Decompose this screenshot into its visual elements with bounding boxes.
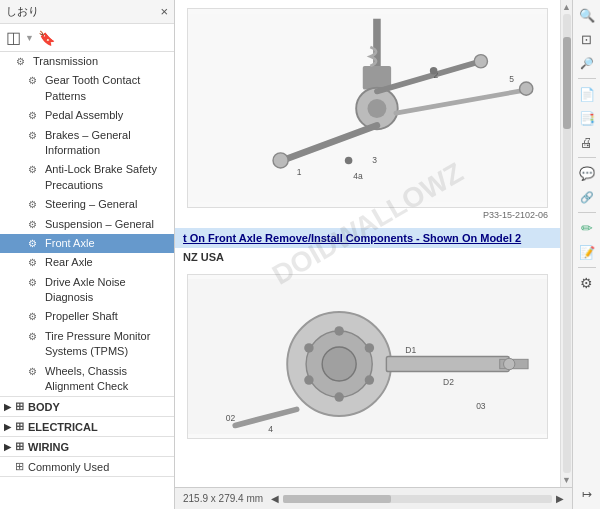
- comment-button[interactable]: 💬: [576, 162, 598, 184]
- tree-icon: ⚙: [28, 198, 42, 212]
- svg-point-10: [474, 54, 487, 67]
- diagram1-svg: 1 4a 2 5 3: [188, 14, 547, 203]
- zoom-in-button[interactable]: 🔍: [576, 4, 598, 26]
- svg-point-24: [365, 343, 374, 352]
- tree-item-suspension-general[interactable]: ⚙ Suspension – General: [0, 215, 174, 234]
- section-icon: ⊞: [15, 420, 24, 433]
- tree-item-anti-lock[interactable]: ⚙ Anti-Lock Brake Safety Precautions: [0, 160, 174, 195]
- chevron-right-icon: ▶: [4, 422, 11, 432]
- back-button[interactable]: ◫: [6, 28, 21, 47]
- svg-point-16: [345, 156, 353, 164]
- svg-point-26: [334, 392, 343, 401]
- close-button[interactable]: ×: [160, 4, 168, 19]
- toolbar-divider-3: [578, 212, 596, 213]
- scroll-right-button[interactable]: ▶: [556, 493, 564, 504]
- scroll-up-button[interactable]: ▲: [562, 2, 571, 12]
- svg-point-21: [322, 347, 356, 381]
- diagram2-container: D1 D2 03 4 02: [175, 266, 560, 447]
- svg-text:03: 03: [476, 401, 486, 411]
- svg-point-28: [304, 343, 313, 352]
- settings-button[interactable]: ⚙: [576, 272, 598, 294]
- right-toolbar: 🔍 ⊡ 🔎 📄 📑 🖨 💬 🔗 ✏ 📝 ⚙ ↦: [572, 0, 600, 509]
- tree-item-transmission[interactable]: ⚙ Transmission: [0, 52, 174, 71]
- tree-label: Front Axle: [45, 236, 170, 251]
- tree-icon: ⚙: [16, 55, 30, 69]
- scroll-left-button[interactable]: ◀: [271, 493, 279, 504]
- link-button[interactable]: 🔗: [576, 186, 598, 208]
- tree-item-tire-pressure[interactable]: ⚙ Tire Pressure Monitor Systems (TPMS): [0, 327, 174, 362]
- tree-item-brakes-general[interactable]: ⚙ Brakes – General Information: [0, 126, 174, 161]
- content-title-bar[interactable]: t On Front Axle Remove/Install Component…: [175, 228, 560, 248]
- print-button[interactable]: 🖨: [576, 131, 598, 153]
- scroll-down-button[interactable]: ▼: [562, 475, 571, 485]
- svg-text:D2: D2: [443, 376, 454, 386]
- tree-item-front-axle[interactable]: ⚙ Front Axle: [0, 234, 174, 253]
- arrow-right-button[interactable]: ↦: [576, 483, 598, 505]
- scroll-thumb[interactable]: [563, 37, 571, 129]
- chevron-right-icon: ▶: [4, 402, 11, 412]
- tree-icon: ⚙: [28, 256, 42, 270]
- tree-icon: ⚙: [28, 129, 42, 143]
- diagram1-container: 1 4a 2 5 3 P33-15-2102-06: [175, 0, 560, 228]
- scroll-controls: ◀ ▶: [271, 493, 564, 504]
- section-label: WIRING: [28, 441, 69, 453]
- section-commonly-used[interactable]: ▶ ⊞ Commonly Used: [0, 456, 174, 477]
- sidebar-icons: ×: [160, 4, 168, 19]
- svg-rect-22: [386, 356, 509, 371]
- tree-label: Drive Axle Noise Diagnosis: [45, 275, 170, 306]
- tree-item-gear-tooth[interactable]: ⚙ Gear Tooth Contact Patterns: [0, 71, 174, 106]
- section-wiring[interactable]: ▶ ⊞ WIRING: [0, 436, 174, 456]
- tree-item-wheels-chassis[interactable]: ⚙ Wheels, Chassis Alignment Check: [0, 362, 174, 397]
- section-label: ELECTRICAL: [28, 421, 98, 433]
- svg-text:02: 02: [226, 412, 236, 422]
- svg-point-4: [368, 99, 387, 118]
- sidebar-title: しおり: [6, 4, 39, 19]
- note-button[interactable]: 📝: [576, 241, 598, 263]
- scroll-track[interactable]: [563, 14, 571, 473]
- tree-item-drive-axle-noise[interactable]: ⚙ Drive Axle Noise Diagnosis: [0, 273, 174, 308]
- tree-icon: ⚙: [28, 330, 42, 344]
- section-icon: ⊞: [15, 440, 24, 453]
- section-body[interactable]: ▶ ⊞ BODY: [0, 396, 174, 416]
- horizontal-scrollbar-thumb[interactable]: [283, 495, 391, 503]
- content-area[interactable]: DOIDWALLOWZ: [175, 0, 560, 487]
- tree-label: Steering – General: [45, 197, 170, 212]
- chevron-icon: ▶: [4, 462, 11, 472]
- tree-item-steering-general[interactable]: ⚙ Steering – General: [0, 195, 174, 214]
- section-icon: ⊞: [15, 460, 24, 473]
- diagram2-svg: D1 D2 03 4 02: [188, 279, 547, 435]
- tree-item-propeller-shaft[interactable]: ⚙ Propeller Shaft: [0, 307, 174, 326]
- bookmark-button[interactable]: 🔖: [38, 30, 55, 46]
- tree-label: Rear Axle: [45, 255, 170, 270]
- diagram1-caption: P33-15-2102-06: [187, 210, 548, 220]
- tree-item-rear-axle[interactable]: ⚙ Rear Axle: [0, 253, 174, 272]
- svg-point-9: [273, 152, 288, 167]
- vertical-scrollbar[interactable]: ▲ ▼: [560, 0, 572, 487]
- page-button[interactable]: 📄: [576, 83, 598, 105]
- bottom-bar: 215.9 x 279.4 mm ◀ ▶: [175, 487, 572, 509]
- diagram1-image: 1 4a 2 5 3: [187, 8, 548, 208]
- sidebar-toolbar: ◫ ▼ 🔖: [0, 24, 174, 52]
- zoom-out-button[interactable]: 🔎: [576, 52, 598, 74]
- tree-label: Brakes – General Information: [45, 128, 170, 159]
- sidebar-header: しおり ×: [0, 0, 174, 24]
- chevron-right-icon: ▶: [4, 442, 11, 452]
- document-button[interactable]: 📑: [576, 107, 598, 129]
- svg-text:4a: 4a: [353, 171, 363, 181]
- svg-point-27: [304, 375, 313, 384]
- section-icon: ⊞: [15, 400, 24, 413]
- tree-icon: ⚙: [28, 74, 42, 88]
- sidebar-tree: ⚙ Transmission ⚙ Gear Tooth Contact Patt…: [0, 52, 174, 509]
- zoom-fit-button[interactable]: ⊡: [576, 28, 598, 50]
- tree-label: Propeller Shaft: [45, 309, 170, 324]
- diagram2-image: D1 D2 03 4 02: [187, 274, 548, 439]
- tree-item-pedal-assembly[interactable]: ⚙ Pedal Assembly: [0, 106, 174, 125]
- svg-point-36: [504, 358, 515, 369]
- svg-point-17: [430, 66, 438, 74]
- highlight-button[interactable]: ✏: [576, 217, 598, 239]
- sidebar: しおり × ◫ ▼ 🔖 ⚙ Transmission ⚙ Gear Tooth …: [0, 0, 175, 509]
- section-electrical[interactable]: ▶ ⊞ ELECTRICAL: [0, 416, 174, 436]
- tree-label: Transmission: [33, 54, 170, 69]
- svg-point-7: [520, 82, 533, 95]
- horizontal-scrollbar-track[interactable]: [283, 495, 552, 503]
